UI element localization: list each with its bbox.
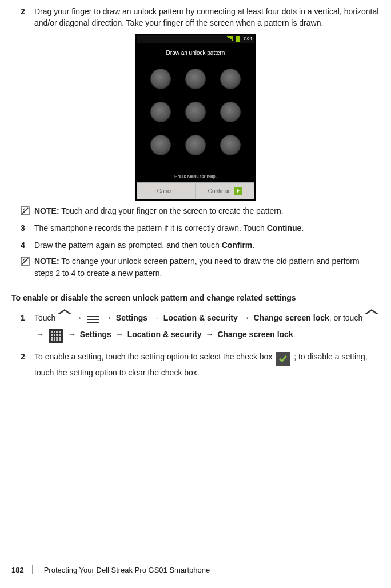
pattern-dot <box>150 102 171 122</box>
pattern-dot <box>220 69 241 89</box>
step-body: To enable a setting, touch the setting o… <box>34 349 380 381</box>
svg-line-1 <box>22 208 28 214</box>
arrow-icon: → <box>68 330 76 339</box>
svg-line-4 <box>22 258 28 264</box>
pattern-dot <box>185 69 206 89</box>
step-2: 2 Drag your finger to draw an unlock pat… <box>21 6 380 29</box>
phone-help-text: Press Menu for help. <box>137 163 254 182</box>
arrow-icon: → <box>151 313 159 322</box>
note-text: NOTE: Touch and drag your finger on the … <box>34 205 284 217</box>
step-b1: 1 Touch → → Settings → Location & securi… <box>21 310 380 343</box>
step-text: . <box>301 223 304 233</box>
note-2: NOTE: To change your unlock screen patte… <box>21 255 380 279</box>
home-icon <box>366 314 376 323</box>
step-text: To enable a setting, touch the setting o… <box>34 352 274 361</box>
continue-button-label: Continue <box>208 188 231 194</box>
signal-icon <box>226 36 233 41</box>
pattern-dot <box>220 135 241 155</box>
step-text-bold: Confirm <box>222 241 253 250</box>
cancel-button: Cancel <box>137 182 196 199</box>
step-number: 2 <box>21 349 34 381</box>
note-icon <box>21 257 30 266</box>
step-text-bold: Continue <box>267 223 302 233</box>
phone-statusbar: 7:04 <box>137 35 254 43</box>
step-text: Draw the pattern again as prompted, and … <box>34 241 222 250</box>
note-icon <box>21 206 30 215</box>
pattern-grid <box>137 61 254 163</box>
step-b2: 2 To enable a setting, touch the setting… <box>21 349 380 381</box>
step-number: 2 <box>21 6 34 29</box>
menu-icon <box>87 316 99 317</box>
arrow-icon: → <box>115 330 123 339</box>
step-text: Touch <box>34 313 58 322</box>
step-number: 4 <box>21 239 34 251</box>
step-text-bold: Change screen lock <box>254 313 329 322</box>
page-footer: 182 Protecting Your Dell Streak Pro GS01… <box>11 565 210 574</box>
step-body: Draw the pattern again as prompted, and … <box>34 239 380 251</box>
continue-arrow-icon <box>234 187 242 195</box>
pattern-dot <box>220 102 241 122</box>
apps-grid-icon <box>49 329 63 343</box>
phone-button-bar: Cancel Continue <box>137 182 254 199</box>
arrow-icon: → <box>36 330 44 339</box>
phone-screenshot: 7:04 Draw an unlock pattern Press Menu f… <box>11 34 380 201</box>
pattern-dot <box>185 102 206 122</box>
step-text-bold: Location & security <box>163 313 240 322</box>
step-4: 4 Draw the pattern again as prompted, an… <box>21 239 380 251</box>
step-body: Touch → → Settings → Location & security… <box>34 310 380 343</box>
note-label: NOTE: <box>34 206 59 215</box>
note-text: NOTE: To change your unlock screen patte… <box>34 255 380 279</box>
step-text: . <box>293 330 296 339</box>
page-number: 182 <box>11 566 24 574</box>
step-text-bold: Settings <box>80 330 114 339</box>
arrow-icon: → <box>206 330 214 339</box>
svg-line-5 <box>23 259 25 261</box>
battery-icon <box>236 36 240 42</box>
step-body: Drag your finger to draw an unlock patte… <box>34 6 380 29</box>
step-text: , or touch <box>329 313 365 322</box>
arrow-icon: → <box>104 313 112 322</box>
checkbox-checked-icon <box>276 352 290 366</box>
phone-title: Draw an unlock pattern <box>137 43 254 61</box>
pattern-dot <box>150 69 171 89</box>
section-heading: To enable or disable the screen unlock p… <box>11 293 380 304</box>
arrow-icon: → <box>74 313 82 322</box>
step-text-bold: Location & security <box>127 330 204 339</box>
note-label: NOTE: <box>34 257 59 266</box>
step-body: The smartphone records the pattern if it… <box>34 222 380 234</box>
footer-divider <box>32 565 33 574</box>
svg-line-2 <box>23 209 25 210</box>
pattern-dot <box>150 135 171 155</box>
step-text-bold: Settings <box>116 313 150 322</box>
step-text-bold: Change screen lock <box>217 330 293 339</box>
step-number: 3 <box>21 222 34 234</box>
step-text: . <box>252 241 254 250</box>
note-body: To change your unlock screen pattern, yo… <box>34 257 360 277</box>
status-time: 7:04 <box>243 36 252 41</box>
home-icon <box>59 314 69 323</box>
step-3: 3 The smartphone records the pattern if … <box>21 222 380 234</box>
note-body: Touch and drag your finger on the screen… <box>59 206 284 215</box>
step-text: The smartphone records the pattern if it… <box>34 223 267 233</box>
cancel-button-label: Cancel <box>157 188 175 194</box>
note-1: NOTE: Touch and drag your finger on the … <box>21 205 380 217</box>
phone-frame: 7:04 Draw an unlock pattern Press Menu f… <box>135 34 256 201</box>
arrow-icon: → <box>242 313 250 322</box>
step-number: 1 <box>21 310 34 343</box>
continue-button: Continue <box>196 182 255 199</box>
pattern-dot <box>185 135 206 155</box>
footer-title: Protecting Your Dell Streak Pro GS01 Sma… <box>44 566 210 574</box>
